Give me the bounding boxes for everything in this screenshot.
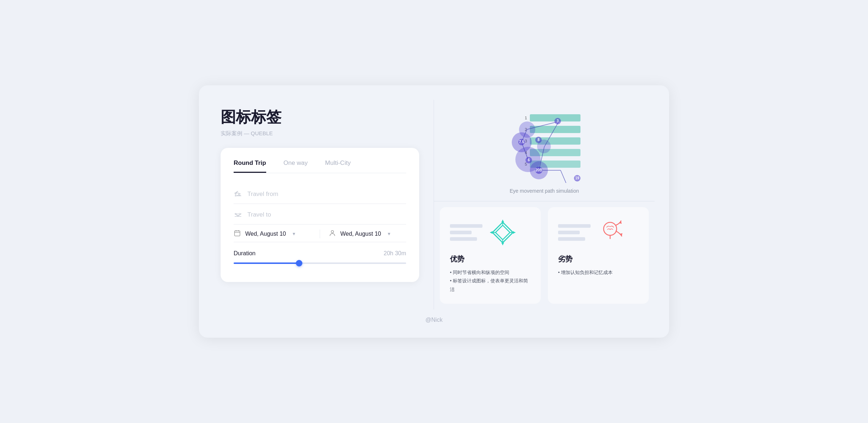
svg-marker-22 — [513, 231, 515, 234]
travel-from-placeholder[interactable]: Travel from — [247, 191, 278, 198]
disadvantage-ui-lines — [558, 224, 591, 241]
travel-to-placeholder[interactable]: Travel to — [247, 211, 271, 218]
tab-one-way[interactable]: One way — [284, 159, 308, 173]
ui-line-2 — [450, 231, 472, 234]
calendar-icon — [234, 230, 241, 238]
svg-line-7 — [527, 121, 559, 129]
duration-row: Duration 20h 30m — [234, 242, 406, 269]
svg-point-25 — [604, 222, 617, 235]
page-title: 图标标签 — [221, 107, 419, 127]
duration-value: 20h 30m — [384, 250, 406, 257]
svg-point-4 — [331, 230, 334, 233]
duration-label: Duration — [234, 250, 255, 257]
advantage-card: 优势 同时节省横向和纵项的空间 标签设计成图标，使表单更灵活和简洁 — [440, 207, 541, 304]
svg-marker-23 — [501, 220, 504, 222]
ui-line-1 — [450, 224, 482, 228]
eye-lines-svg — [508, 111, 580, 183]
footer-text: @Nick — [425, 317, 442, 323]
svg-line-8 — [544, 121, 559, 147]
plane-arrive-icon — [234, 210, 242, 219]
eye-movement-section: 1 2 3 4 5 — [434, 100, 655, 201]
tab-multi-city[interactable]: Multi-City — [325, 159, 351, 173]
page-subtitle: 实际案例 — QUEBLE — [221, 130, 419, 137]
advantage-bullet-1: 同时节省横向和纵项的空间 — [450, 268, 531, 277]
main-grid: 图标标签 实际案例 — QUEBLE Round Trip One way Mu… — [213, 100, 655, 309]
person-icon — [329, 230, 336, 238]
tabs-bar: Round Trip One way Multi-City — [234, 159, 406, 173]
return-date-chevron[interactable]: ▼ — [387, 231, 391, 236]
ui-line-3 — [450, 237, 477, 241]
dis-ui-line-2 — [558, 231, 580, 234]
svg-rect-0 — [235, 231, 240, 236]
slider-thumb[interactable] — [296, 260, 302, 266]
duration-header: Duration 20h 30m — [234, 250, 406, 257]
slider-fill — [234, 262, 299, 264]
right-panel: 1 2 3 4 5 — [434, 100, 655, 309]
slider-track[interactable] — [234, 262, 406, 264]
flight-card: Round Trip One way Multi-City Travel fro… — [221, 148, 419, 282]
svg-marker-24 — [501, 243, 504, 245]
advantage-title: 优势 — [450, 254, 531, 264]
left-panel: 图标标签 实际案例 — QUEBLE Round Trip One way Mu… — [213, 100, 434, 309]
disadvantage-card: 劣势 增加认知负担和记忆成本 — [548, 207, 649, 304]
eye-caption: Eye movement path simulation — [510, 188, 579, 194]
red-head-icon — [596, 218, 625, 247]
dis-ui-line-3 — [558, 237, 585, 241]
travel-to-row: Travel to — [234, 204, 406, 225]
disadvantage-bullet-1: 增加认知负担和记忆成本 — [558, 268, 639, 277]
depart-date-value: Wed, August 10 — [245, 231, 286, 237]
svg-marker-21 — [490, 231, 493, 234]
advantage-bullet-2: 标签设计成图标，使表单更灵活和简洁 — [450, 277, 531, 294]
depart-date-field[interactable]: Wed, August 10 ▼ — [234, 230, 311, 238]
dis-ui-line-1 — [558, 224, 591, 228]
return-date-value: Wed, August 10 — [340, 231, 381, 237]
footer: @Nick — [213, 309, 655, 323]
return-date-field[interactable]: Wed, August 10 ▼ — [320, 230, 406, 238]
teal-diamond-icon — [488, 218, 517, 247]
svg-line-11 — [561, 170, 566, 183]
depart-date-chevron[interactable]: ▼ — [292, 231, 296, 236]
disadvantage-title: 劣势 — [558, 254, 639, 264]
date-row: Wed, August 10 ▼ Wed, August 10 ▼ — [234, 225, 406, 242]
outer-container: 图标标签 实际案例 — QUEBLE Round Trip One way Mu… — [199, 85, 669, 338]
travel-from-row: Travel from — [234, 183, 406, 204]
tab-round-trip[interactable]: Round Trip — [234, 159, 266, 173]
bottom-right: 优势 同时节省横向和纵项的空间 标签设计成图标，使表单更灵活和简洁 — [434, 201, 655, 309]
eye-movement-visual: 1 2 3 4 5 — [508, 111, 580, 183]
advantage-ui-lines — [450, 224, 482, 241]
advantage-ui-mockup — [450, 218, 531, 247]
plane-depart-icon — [234, 190, 242, 198]
disadvantage-ui-mockup — [558, 218, 639, 247]
